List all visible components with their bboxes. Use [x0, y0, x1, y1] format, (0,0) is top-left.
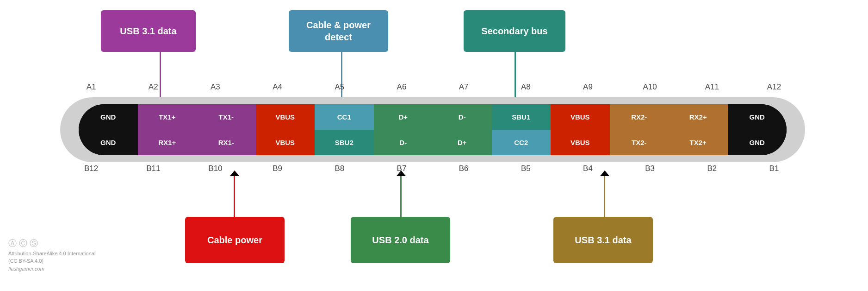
- label-A7: A7: [433, 82, 495, 92]
- usb20-data-box: USB 2.0 data: [351, 217, 450, 263]
- cable-power-arrow: [234, 175, 235, 217]
- label-A11: A11: [681, 82, 743, 92]
- label-B8: B8: [309, 164, 371, 173]
- pin-A10: RX2-: [610, 104, 669, 130]
- bottom-pin-labels: B12 B11 B10 B9 B8 B7 B6 B5 B4 B3 B2 B1: [60, 164, 805, 173]
- label-A1: A1: [60, 82, 122, 92]
- pin-A2: TX1+: [138, 104, 197, 130]
- usb20-arrow: [400, 175, 402, 217]
- license-site: flashgamer.com: [8, 265, 95, 273]
- cable-power-box: Cable power: [185, 217, 285, 263]
- label-B12: B12: [60, 164, 122, 173]
- label-B6: B6: [433, 164, 495, 173]
- pin-B11: RX1+: [138, 130, 197, 155]
- usb31-data-bottom-box: USB 3.1 data: [553, 217, 653, 263]
- pin-A3: TX1-: [197, 104, 256, 130]
- label-B4: B4: [557, 164, 619, 173]
- usbc-pinout-diagram: USB 3.1 data Cable & power detect Second…: [0, 0, 868, 291]
- label-B1: B1: [743, 164, 805, 173]
- pin-B6: D+: [433, 130, 492, 155]
- pin-A4: VBUS: [256, 104, 315, 130]
- pin-B9: VBUS: [256, 130, 315, 155]
- pin-A12: GND: [728, 104, 787, 130]
- pin-A1: GND: [79, 104, 138, 130]
- pin-B5: CC2: [492, 130, 551, 155]
- label-A3: A3: [184, 82, 246, 92]
- label-A10: A10: [619, 82, 681, 92]
- label-A12: A12: [743, 82, 805, 92]
- label-A4: A4: [247, 82, 309, 92]
- usb31-bottom-arrow: [604, 175, 605, 217]
- label-B9: B9: [247, 164, 309, 173]
- license-info: Ⓐ Ⓒ Ⓢ Attribution-ShareAlike 4.0 Interna…: [8, 237, 95, 273]
- label-B2: B2: [681, 164, 743, 173]
- cable-power-detect-box: Cable & power detect: [289, 10, 388, 52]
- label-B5: B5: [495, 164, 557, 173]
- pin-B8: SBU2: [315, 130, 374, 155]
- pin-B3: TX2-: [610, 130, 669, 155]
- cc-icons: Ⓐ Ⓒ Ⓢ: [8, 237, 95, 250]
- label-A6: A6: [371, 82, 433, 92]
- pin-B7: D-: [374, 130, 433, 155]
- label-A2: A2: [122, 82, 184, 92]
- pin-A5: CC1: [315, 104, 374, 130]
- label-A5: A5: [309, 82, 371, 92]
- pin-B12: GND: [79, 130, 138, 155]
- pin-A7: D-: [433, 104, 492, 130]
- license-text-line1: Attribution-ShareAlike 4.0 International: [8, 250, 95, 258]
- pin-A9: VBUS: [551, 104, 610, 130]
- top-pin-row: GND TX1+ TX1- VBUS CC1 D+ D- SBU1 VBUS R…: [79, 104, 787, 130]
- connector-body: GND TX1+ TX1- VBUS CC1 D+ D- SBU1 VBUS R…: [60, 97, 805, 162]
- top-pin-labels: A1 A2 A3 A4 A5 A6 A7 A8 A9 A10 A11 A12: [60, 82, 805, 92]
- pin-B2: TX2+: [669, 130, 728, 155]
- usb31-data-top-box: USB 3.1 data: [101, 10, 196, 52]
- connector-pins: GND TX1+ TX1- VBUS CC1 D+ D- SBU1 VBUS R…: [79, 104, 787, 155]
- bottom-pin-row: GND RX1+ RX1- VBUS SBU2 D- D+ CC2 VBUS T…: [79, 130, 787, 155]
- label-A8: A8: [495, 82, 557, 92]
- pin-B1: GND: [728, 130, 787, 155]
- pin-B10: RX1-: [197, 130, 256, 155]
- license-text-line2: (CC BY-SA 4.0): [8, 257, 95, 265]
- pin-A8: SBU1: [492, 104, 551, 130]
- pin-B4: VBUS: [551, 130, 610, 155]
- label-A9: A9: [557, 82, 619, 92]
- secondary-bus-box: Secondary bus: [464, 10, 565, 52]
- label-B3: B3: [619, 164, 681, 173]
- pin-A11: RX2+: [669, 104, 728, 130]
- label-B11: B11: [122, 164, 184, 173]
- pin-A6: D+: [374, 104, 433, 130]
